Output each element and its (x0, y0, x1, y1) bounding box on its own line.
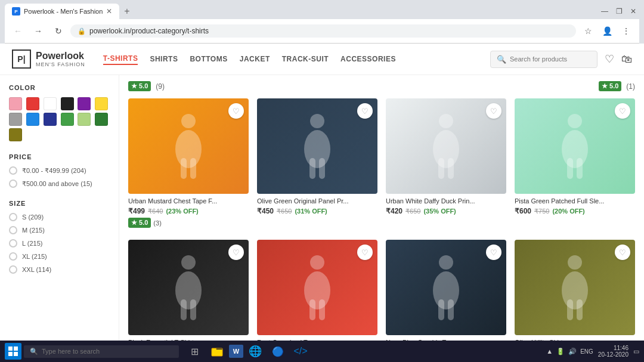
size-radio[interactable] (9, 213, 17, 221)
svg-rect-34 (8, 352, 13, 356)
address-bar[interactable]: 🔒 (70, 24, 576, 38)
profile-icon[interactable]: 👤 (599, 23, 615, 39)
product-wishlist-button[interactable]: ♡ (615, 103, 630, 119)
color-swatch-gray[interactable] (9, 113, 22, 126)
product-wishlist-button[interactable]: ♡ (228, 245, 244, 260)
logo-icon: P| (12, 49, 31, 69)
edge-icon[interactable]: 🌐 (244, 341, 266, 357)
word-icon[interactable]: W (229, 345, 243, 357)
cart-icon[interactable]: 🛍 (621, 53, 632, 66)
logo[interactable]: P| Powerlook MEN'S FASHION (12, 49, 85, 69)
price-option[interactable]: ₹0.00 - ₹499.99 (204) (9, 166, 110, 175)
system-tray: ▲ 🔋 🔊 ENG (546, 348, 593, 355)
svg-rect-26 (438, 299, 444, 320)
color-swatch-white[interactable] (44, 97, 57, 110)
minimize-button[interactable]: — (599, 5, 611, 17)
product-card[interactable]: ♡Rust Oversized Tee...₹399 ₹599 (33% OFF… (257, 240, 377, 355)
size-option[interactable]: XL (215) (9, 252, 110, 261)
color-swatch-yellow[interactable] (95, 97, 108, 110)
size-label: L (215) (22, 240, 42, 247)
product-card[interactable]: ♡Olive Green Original Panel Pr...₹450 ₹6… (257, 98, 377, 231)
back-button[interactable]: ← (10, 23, 26, 39)
product-image: ♡ (386, 240, 506, 335)
taskbar-search[interactable]: 🔍 (24, 345, 179, 357)
nav-item-tshirts[interactable]: T-SHIRTS (103, 53, 138, 65)
bookmark-icon[interactable]: ☆ (580, 23, 596, 39)
url-input[interactable] (89, 27, 569, 35)
svg-point-20 (310, 255, 324, 270)
svg-rect-18 (181, 299, 187, 320)
start-button[interactable] (5, 343, 21, 357)
new-tab-button[interactable]: + (119, 4, 134, 19)
vscode-icon[interactable]: </> (290, 341, 311, 357)
product-card[interactable]: ♡Urban White Daffy Duck Prin...₹420 ₹650… (386, 98, 506, 231)
nav-item-shirts[interactable]: SHIRTS (150, 54, 178, 64)
product-wishlist-button[interactable]: ♡ (228, 103, 244, 119)
color-swatch-dark-green[interactable] (95, 113, 108, 126)
color-swatch-green[interactable] (61, 113, 74, 126)
radio-button[interactable] (9, 180, 17, 188)
size-options: S (209)M (215)L (215)XL (215)XXL (114) (9, 213, 110, 274)
toolbar-right: ☆ 👤 ⋮ (580, 23, 634, 39)
size-option[interactable]: XXL (114) (9, 265, 110, 274)
color-swatch-olive[interactable] (9, 128, 22, 141)
color-swatch-light-green[interactable] (78, 113, 91, 126)
product-wishlist-button[interactable]: ♡ (357, 245, 373, 260)
tab-close-button[interactable]: ✕ (106, 7, 112, 16)
size-option[interactable]: M (215) (9, 226, 110, 234)
color-swatch-maroon[interactable] (78, 97, 91, 110)
product-image: ♡ (128, 98, 249, 194)
product-wishlist-button[interactable]: ♡ (357, 103, 373, 119)
taskbar-search-input[interactable] (42, 348, 173, 355)
show-desktop-button[interactable]: ▭ (633, 348, 639, 355)
nav-item-bottoms[interactable]: BOTTOMS (190, 54, 227, 64)
size-radio[interactable] (9, 226, 17, 234)
product-wishlist-button[interactable]: ♡ (615, 245, 630, 260)
nav-item-tracksuit[interactable]: TRACK-SUIT (282, 54, 329, 64)
discount-badge: (31% OFF) (295, 208, 327, 215)
extensions-icon[interactable]: ⋮ (618, 23, 634, 39)
color-swatch-black[interactable] (61, 97, 74, 110)
reload-button[interactable]: ↻ (50, 23, 67, 39)
ie-icon[interactable]: 🔵 (267, 341, 289, 357)
close-button[interactable]: ✕ (627, 5, 639, 17)
price-option[interactable]: ₹500.00 and above (15) (9, 180, 110, 188)
nav-item-jacket[interactable]: JACKET (240, 54, 270, 64)
color-swatch-red[interactable] (26, 97, 39, 110)
svg-rect-32 (8, 346, 13, 351)
nav-item-accessories[interactable]: ACCESSORIES (340, 54, 396, 64)
product-wishlist-button[interactable]: ♡ (486, 103, 501, 119)
product-card[interactable]: ♡Black Essential T-Shirt...₹349 ₹499 (30… (128, 240, 249, 355)
color-swatch-navy[interactable] (44, 113, 57, 126)
svg-point-17 (175, 271, 202, 310)
svg-rect-7 (319, 158, 325, 179)
security-icon: 🔒 (78, 27, 86, 35)
forward-button[interactable]: → (30, 23, 47, 39)
product-wishlist-button[interactable]: ♡ (486, 245, 501, 260)
restore-button[interactable]: ❐ (613, 5, 625, 17)
wishlist-icon[interactable]: ♡ (605, 52, 614, 66)
product-card[interactable]: ♡Urban Mustard Chest Tape F...₹499 ₹640 … (128, 98, 249, 231)
color-swatch-pink[interactable] (9, 97, 22, 110)
product-card[interactable]: ♡Olive Utility Shirt...₹549 ₹799 (31% OF… (515, 240, 635, 355)
color-swatch-blue[interactable] (26, 113, 39, 126)
svg-rect-31 (577, 299, 583, 320)
size-radio[interactable] (9, 265, 17, 274)
brand-tagline: MEN'S FASHION (36, 61, 85, 67)
filter-section-price: PRICE₹0.00 - ₹499.99 (204)₹500.00 and ab… (9, 153, 110, 188)
task-view-button[interactable]: ⊞ (184, 341, 205, 357)
search-input[interactable] (510, 55, 591, 63)
clock: 11:46 20-12-2020 (598, 345, 628, 357)
size-option[interactable]: S (209) (9, 213, 110, 221)
product-card[interactable]: ♡Navy Blue Graphic T...₹379 ₹550 (31% OF… (386, 240, 506, 355)
size-radio[interactable] (9, 252, 17, 261)
product-card[interactable]: ♡Pista Green Patched Full Sle...₹600 ₹75… (515, 98, 635, 231)
header-search[interactable]: 🔍 (490, 51, 597, 68)
svg-rect-30 (567, 299, 573, 320)
size-option[interactable]: L (215) (9, 239, 110, 247)
active-tab[interactable]: P Powerlook - Men's Fashion ✕ (5, 4, 119, 19)
size-radio[interactable] (9, 239, 17, 247)
file-explorer-icon[interactable] (206, 341, 228, 357)
radio-button[interactable] (9, 166, 17, 175)
size-label: M (215) (22, 227, 45, 234)
